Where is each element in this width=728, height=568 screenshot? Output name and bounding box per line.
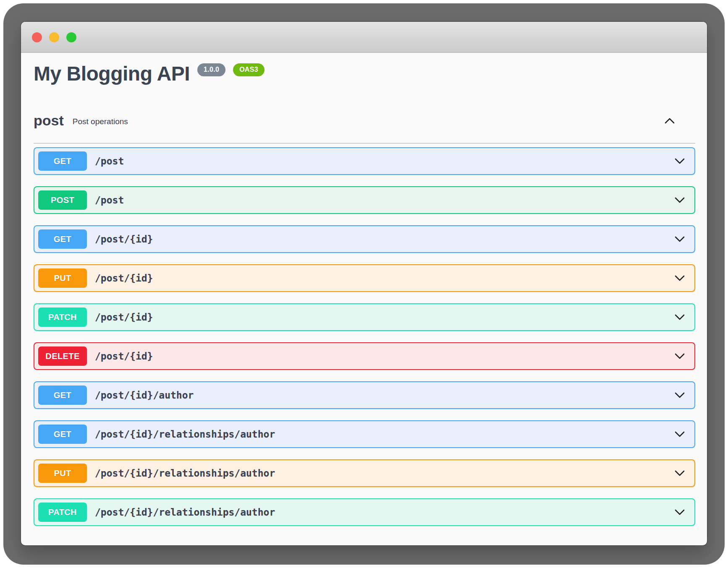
operation-row-put-8[interactable]: PUT /post/{id}/relationships/author: [34, 459, 695, 487]
operation-row-post-1[interactable]: POST /post: [34, 186, 695, 214]
method-badge[interactable]: GET: [38, 386, 87, 405]
operation-row-get-0[interactable]: GET /post: [34, 147, 695, 175]
operation-path: /post/{id}/relationships/author: [95, 468, 275, 479]
chevron-down-icon[interactable]: [673, 391, 686, 400]
zoom-window-button[interactable]: [66, 32, 76, 42]
operation-row-put-3[interactable]: PUT /post/{id}: [34, 264, 695, 292]
operation-row-patch-4[interactable]: PATCH /post/{id}: [34, 303, 695, 331]
operation-path: /post/{id}: [95, 273, 153, 284]
tag-description: Post operations: [73, 117, 128, 126]
oas3-badge: OAS3: [233, 63, 264, 76]
chevron-down-icon[interactable]: [673, 234, 686, 244]
method-badge[interactable]: PUT: [38, 464, 87, 483]
window-shadow: My Blogging API 1.0.0 OAS3 post Post ope…: [3, 3, 725, 565]
chevron-down-icon[interactable]: [673, 508, 686, 517]
chevron-down-icon[interactable]: [673, 469, 686, 478]
operation-path: /post/{id}/author: [95, 390, 194, 401]
chevron-up-icon[interactable]: [663, 116, 676, 125]
operation-row-get-7[interactable]: GET /post/{id}/relationships/author: [34, 420, 695, 448]
swagger-ui-content: My Blogging API 1.0.0 OAS3 post Post ope…: [21, 61, 707, 526]
method-badge[interactable]: PATCH: [38, 307, 87, 327]
version-badge: 1.0.0: [197, 63, 225, 76]
operation-path: /post/{id}/relationships/author: [95, 507, 275, 518]
operation-path: /post/{id}: [95, 351, 153, 362]
chevron-down-icon[interactable]: [673, 352, 686, 361]
operation-path: /post: [95, 195, 124, 206]
operation-row-patch-9[interactable]: PATCH /post/{id}/relationships/author: [34, 498, 695, 526]
method-badge[interactable]: DELETE: [38, 347, 87, 366]
operation-path: /post/{id}: [95, 312, 153, 323]
method-badge[interactable]: PUT: [38, 268, 87, 288]
chevron-down-icon[interactable]: [673, 313, 686, 322]
operations-list: GET /post POST /post GET /post/{id} PUT …: [34, 147, 695, 526]
method-badge[interactable]: GET: [38, 151, 87, 171]
method-badge[interactable]: GET: [38, 425, 87, 444]
operation-row-delete-5[interactable]: DELETE /post/{id}: [34, 342, 695, 370]
window-titlebar: [21, 22, 707, 53]
method-badge[interactable]: GET: [38, 229, 87, 249]
api-header: My Blogging API 1.0.0 OAS3: [34, 61, 695, 86]
operation-row-get-6[interactable]: GET /post/{id}/author: [34, 381, 695, 409]
minimize-window-button[interactable]: [49, 32, 59, 42]
chevron-down-icon[interactable]: [673, 195, 686, 205]
tag-name: post: [34, 112, 64, 129]
page-title: My Blogging API: [34, 61, 190, 86]
chevron-down-icon[interactable]: [673, 430, 686, 439]
operation-path: /post/{id}/relationships/author: [95, 429, 275, 440]
method-badge[interactable]: POST: [38, 190, 87, 210]
chevron-down-icon[interactable]: [673, 156, 686, 166]
app-window: My Blogging API 1.0.0 OAS3 post Post ope…: [21, 22, 707, 545]
method-badge[interactable]: PATCH: [38, 503, 87, 522]
operation-row-get-2[interactable]: GET /post/{id}: [34, 225, 695, 253]
chevron-down-icon[interactable]: [673, 274, 686, 283]
close-window-button[interactable]: [32, 32, 42, 42]
operation-path: /post/{id}: [95, 234, 153, 245]
operation-path: /post: [95, 156, 124, 167]
tag-section-post[interactable]: post Post operations: [34, 112, 695, 143]
